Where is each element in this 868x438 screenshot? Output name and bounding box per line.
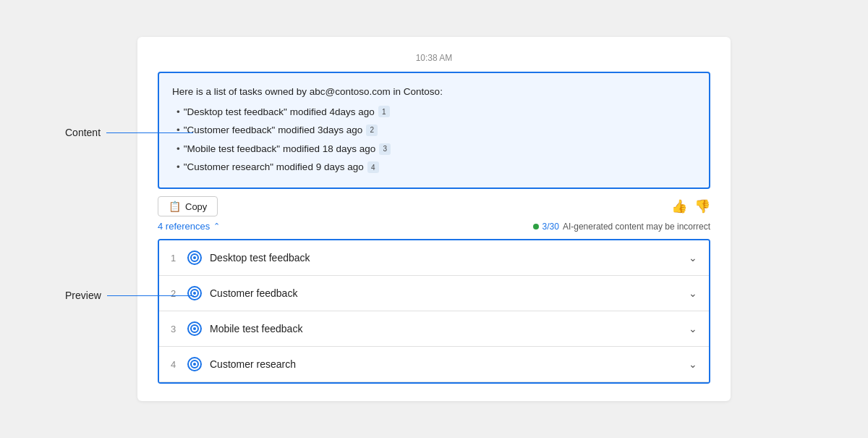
bullet: • xyxy=(176,104,180,121)
ref-chevron-down-icon: ⌄ xyxy=(689,358,697,370)
list-item: • "Desktop test feedback" modified 4days… xyxy=(176,104,696,121)
item-text: "Desktop test feedback" modified 4days a… xyxy=(184,104,375,121)
content-label-container: Content xyxy=(65,127,193,138)
references-toggle[interactable]: 4 references ⌃ xyxy=(158,221,220,232)
bullet: • xyxy=(176,140,180,158)
preview-label-line xyxy=(107,295,194,296)
loop-icon xyxy=(187,356,203,372)
ref-title: Mobile test feedback xyxy=(210,323,689,334)
references-row: 4 references ⌃ 3/30 AI-generated content… xyxy=(158,221,710,232)
ref-title: Customer feedback xyxy=(210,287,689,299)
ref-index: 1 xyxy=(171,253,187,264)
references-container: 1 Desktop test feedback ⌄ 2 xyxy=(158,239,710,384)
copy-icon: 📋 xyxy=(169,201,181,212)
content-label-line xyxy=(106,132,193,133)
feedback-icons: 👍 👎 xyxy=(671,198,710,214)
bullet: • xyxy=(176,159,180,176)
ref-index: 4 xyxy=(171,359,187,370)
content-label: Content xyxy=(65,127,101,138)
thumbs-up-button[interactable]: 👍 xyxy=(671,198,687,214)
svg-point-2 xyxy=(193,256,196,259)
list-item: • "Mobile test feedback" modified 18 day… xyxy=(176,140,696,158)
ref-item[interactable]: 1 Desktop test feedback ⌄ xyxy=(159,240,709,276)
ref-index: 3 xyxy=(171,324,187,334)
timestamp: 10:38 AM xyxy=(158,53,710,63)
thumbs-down-button[interactable]: 👎 xyxy=(694,198,710,214)
item-text: "Customer feedback" modified 3days ago xyxy=(184,122,362,139)
ref-title: Desktop test feedback xyxy=(210,252,689,264)
outer-wrapper: Content Preview 10:38 AM Here is a list … xyxy=(0,0,868,438)
chevron-up-icon: ⌃ xyxy=(213,222,220,231)
ref-chevron-down-icon: ⌄ xyxy=(689,287,697,299)
message-box: Here is a list of tasks owned by abc@con… xyxy=(158,72,710,189)
ref-badge: 2 xyxy=(366,125,378,136)
ai-count: 3/30 xyxy=(542,222,559,232)
ref-chevron-down-icon: ⌄ xyxy=(689,323,697,334)
loop-icon xyxy=(187,250,203,266)
ref-item[interactable]: 4 Customer research ⌄ xyxy=(159,347,709,382)
ai-dot xyxy=(533,224,539,229)
item-text: "Mobile test feedback" modified 18 days … xyxy=(184,140,376,158)
preview-label: Preview xyxy=(65,290,101,301)
ref-item[interactable]: 2 Customer feedback ⌄ xyxy=(159,276,709,311)
action-row: 📋 Copy 👍 👎 xyxy=(158,196,710,216)
svg-point-11 xyxy=(193,363,196,366)
message-intro: Here is a list of tasks owned by abc@con… xyxy=(172,83,696,101)
copy-label: Copy xyxy=(185,201,207,212)
list-item: • "Customer research" modified 9 days ag… xyxy=(176,159,696,176)
loop-icon xyxy=(187,321,203,337)
ref-badge: 1 xyxy=(378,106,390,117)
ai-text: AI-generated content may be incorrect xyxy=(563,222,710,232)
ref-badge: 3 xyxy=(379,143,391,155)
ref-chevron-down-icon: ⌄ xyxy=(689,252,697,264)
copy-button[interactable]: 📋 Copy xyxy=(158,196,218,216)
list-item: • "Customer feedback" modified 3days ago… xyxy=(176,122,696,139)
ai-badge: 3/30 AI-generated content may be incorre… xyxy=(533,222,710,232)
svg-point-8 xyxy=(193,327,196,330)
references-label: 4 references xyxy=(158,221,210,232)
ref-item[interactable]: 3 Mobile test feedback ⌄ xyxy=(159,311,709,347)
ref-badge: 4 xyxy=(367,161,379,173)
item-text: "Customer research" modified 9 days ago xyxy=(184,159,364,176)
preview-label-container: Preview xyxy=(65,290,194,301)
main-card: 10:38 AM Here is a list of tasks owned b… xyxy=(137,37,731,401)
ref-title: Customer research xyxy=(210,358,689,370)
